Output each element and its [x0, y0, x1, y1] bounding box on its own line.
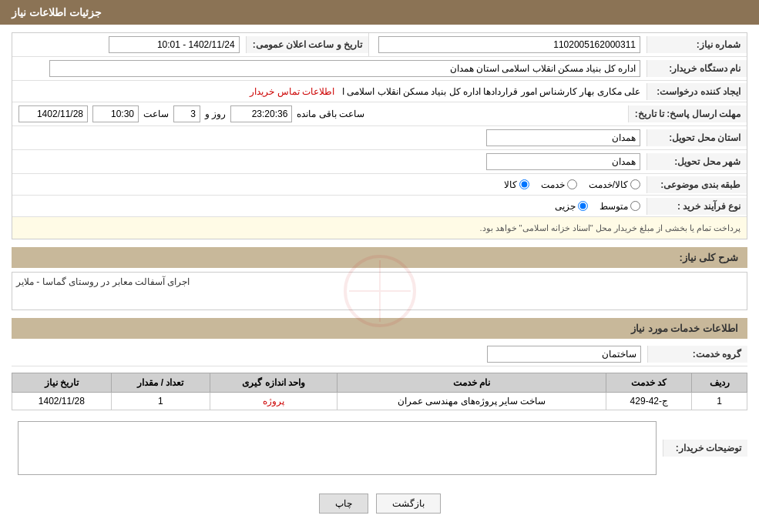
- buyer-org-value: [12, 57, 646, 80]
- buyer-notes-label: توضیحات خریدار:: [663, 440, 747, 457]
- radio-kala-khedmat-input[interactable]: [630, 179, 640, 189]
- page-title: جزئیات اطلاعات نیاز: [12, 6, 102, 18]
- city-label: شهر محل تحویل:: [646, 153, 747, 170]
- creator-value: علی مکاری بهار کارشناس امور قراردادها اد…: [342, 86, 640, 97]
- row-buyer-notes: توضیحات خریدار:: [12, 418, 747, 478]
- creator-value-cell: علی مکاری بهار کارشناس امور قراردادها اد…: [12, 83, 646, 100]
- radio-motavasset-input[interactable]: [630, 201, 640, 211]
- row-purchase-note: پرداخت تمام یا بخشی از مبلغ خریدار محل "…: [12, 217, 747, 239]
- radio-kala-khedmat: کالا/خدمت: [589, 179, 640, 190]
- description-wrapper: اجرای آسفالت معابر در روستای گماسا - ملا…: [12, 272, 747, 310]
- row-response-deadline: مهلت ارسال پاسخ: تا تاریخ: ساعت باقی مان…: [12, 102, 747, 126]
- content-area: شماره نیاز: تاریخ و ساعت اعلان عمومی: نا…: [0, 25, 759, 529]
- province-value: [12, 126, 646, 149]
- announce-datetime-value: [12, 33, 246, 56]
- radio-jozii-input[interactable]: [578, 201, 588, 211]
- row-province: استان محل تحویل:: [12, 126, 747, 150]
- radio-khedmat-input[interactable]: [567, 179, 577, 189]
- row-creator: ایجاد کننده درخواست: علی مکاری بهار کارش…: [12, 81, 747, 102]
- radio-jozii-label: جزیی: [555, 201, 576, 212]
- services-section: اطلاعات خدمات مورد نیاز گروه خدمت: ردیف …: [12, 318, 747, 410]
- back-button[interactable]: بازگشت: [376, 494, 441, 514]
- description-text: اجرای آسفالت معابر در روستای گماسا - ملا…: [16, 276, 190, 287]
- radio-motavasset-label: متوسط: [599, 201, 628, 212]
- radio-kala-label: کالا: [504, 179, 517, 190]
- remaining-label: ساعت باقی مانده: [297, 109, 364, 119]
- city-value: [12, 150, 646, 173]
- time-label: ساعت: [143, 109, 169, 119]
- row-service-group: گروه خدمت:: [12, 343, 747, 366]
- radio-kala-input[interactable]: [519, 179, 529, 189]
- cell-need-date: 1402/11/28: [12, 393, 112, 410]
- row-buyer-org: نام دستگاه خریدار:: [12, 57, 747, 81]
- city-input[interactable]: [486, 153, 640, 170]
- description-section: شرح کلی نیاز: اجرای آسفالت معابر در روست…: [12, 247, 747, 310]
- radio-kala-khedmat-label: کالا/خدمت: [589, 179, 628, 190]
- buttons-row: بازگشت چاپ: [12, 486, 747, 521]
- cell-service-code: ج-42-429: [606, 393, 692, 410]
- row-purchase-type: نوع فرآیند خرید : متوسط جزیی: [12, 196, 747, 217]
- services-table-body: 1 ج-42-429 ساخت سایر پروژه‌های مهندسی عم…: [12, 393, 747, 410]
- days-input[interactable]: [173, 105, 200, 122]
- services-section-title: اطلاعات خدمات مورد نیاز: [12, 318, 747, 339]
- print-button[interactable]: چاپ: [319, 494, 368, 514]
- services-table: ردیف کد خدمت نام خدمت واحد اندازه گیری ت…: [12, 373, 747, 410]
- response-deadline-values: ساعت باقی مانده روز و ساعت: [12, 102, 628, 125]
- buyer-notes-textarea[interactable]: [18, 421, 657, 475]
- purchase-type-radios: متوسط جزیی: [12, 198, 646, 215]
- service-group-input[interactable]: [487, 346, 641, 363]
- description-box: اجرای آسفالت معابر در روستای گماسا - ملا…: [12, 272, 747, 310]
- cell-quantity: 1: [111, 393, 210, 410]
- radio-jozii: جزیی: [555, 201, 588, 212]
- category-label: طبقه بندی موضوعی:: [646, 176, 747, 193]
- col-row-num: ردیف: [692, 373, 747, 393]
- need-number-value: [368, 33, 646, 56]
- creator-label: ایجاد کننده درخواست:: [646, 83, 747, 100]
- response-deadline-label: مهلت ارسال پاسخ: تا تاریخ:: [628, 105, 747, 122]
- cell-row-num: 1: [692, 393, 747, 410]
- services-table-header: ردیف کد خدمت نام خدمت واحد اندازه گیری ت…: [12, 373, 747, 393]
- purchase-note-value: پرداخت تمام یا بخشی از مبلغ خریدار محل "…: [12, 220, 747, 236]
- radio-khedmat: خدمت: [541, 179, 577, 190]
- buyer-notes-value: [12, 418, 663, 478]
- days-label: روز و: [205, 109, 226, 119]
- radio-kala: کالا: [504, 179, 529, 190]
- col-service-code: کد خدمت: [606, 373, 692, 393]
- remaining-input[interactable]: [230, 105, 292, 122]
- service-group-value: [12, 343, 647, 366]
- col-service-name: نام خدمت: [337, 373, 606, 393]
- buyer-org-label: نام دستگاه خریدار:: [646, 60, 747, 77]
- col-quantity: تعداد / مقدار: [111, 373, 210, 393]
- purchase-type-label: نوع فرآیند خرید :: [646, 198, 747, 215]
- buyer-notes-section: توضیحات خریدار:: [12, 418, 747, 478]
- service-group-label: گروه خدمت:: [647, 346, 747, 363]
- radio-khedmat-label: خدمت: [541, 179, 565, 190]
- province-label: استان محل تحویل:: [646, 129, 747, 146]
- page-container: جزئیات اطلاعات نیاز شماره نیاز: تاریخ و …: [0, 0, 759, 532]
- time-input[interactable]: [92, 105, 139, 122]
- category-radios: کالا/خدمت خدمت کالا: [12, 176, 646, 193]
- need-number-input[interactable]: [378, 36, 640, 53]
- row-city: شهر محل تحویل:: [12, 150, 747, 174]
- row-need-number: شماره نیاز: تاریخ و ساعت اعلان عمومی:: [12, 33, 747, 57]
- table-row: 1 ج-42-429 ساخت سایر پروژه‌های مهندسی عم…: [12, 393, 747, 410]
- cell-service-name: ساخت سایر پروژه‌های مهندسی عمران: [337, 393, 606, 410]
- description-section-title: شرح کلی نیاز:: [12, 247, 747, 268]
- description-label: شرح کلی نیاز:: [679, 252, 738, 263]
- province-input[interactable]: [486, 129, 640, 146]
- radio-motavasset: متوسط: [599, 201, 640, 212]
- cell-unit: پروژه: [210, 393, 338, 410]
- date-input[interactable]: [18, 105, 88, 122]
- creator-contact-link[interactable]: اطلاعات تماس خریدار: [250, 86, 334, 97]
- announce-datetime-label: تاریخ و ساعت اعلان عمومی:: [246, 36, 368, 53]
- col-unit: واحد اندازه گیری: [210, 373, 338, 393]
- page-header: جزئیات اطلاعات نیاز: [0, 0, 759, 25]
- announce-datetime-input[interactable]: [109, 36, 240, 53]
- buyer-org-input[interactable]: [49, 60, 640, 77]
- row-category: طبقه بندی موضوعی: کالا/خدمت خدمت: [12, 174, 747, 196]
- col-need-date: تاریخ نیاز: [12, 373, 112, 393]
- need-number-label: شماره نیاز:: [646, 36, 747, 53]
- main-info-section: شماره نیاز: تاریخ و ساعت اعلان عمومی: نا…: [12, 32, 747, 239]
